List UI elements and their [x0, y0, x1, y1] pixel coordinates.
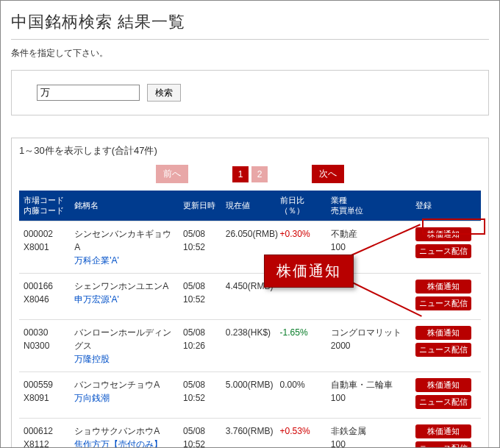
cell-sector: 不動産100: [326, 221, 411, 273]
search-panel: 検索: [11, 70, 489, 115]
table-row: 000612X8112ショウサクバンホウA焦作方万【売付のみ】05/08 10:…: [19, 418, 481, 448]
results-table: 市場コード 内藤コード 銘柄名 更新日時 現在値 前日比（％） 業種 売買単位 …: [19, 191, 481, 448]
cell-reg: 株価通知ニュース配信: [411, 371, 481, 418]
pager-page-1[interactable]: 1: [232, 166, 249, 182]
news-alert-button[interactable]: ニュース配信: [415, 244, 471, 258]
cell-name: シンセンバンカキギョウA万科企業'A': [70, 221, 179, 273]
cell-reg: 株価通知ニュース配信: [411, 319, 481, 371]
cell-reg: 株価通知ニュース配信: [411, 418, 481, 448]
pager-pages: 1 2: [232, 166, 268, 182]
cell-code: 00030N0300: [19, 319, 70, 371]
table-row: 000166X8046シェンワンホンユエンA申万宏源'A'05/08 10:52…: [19, 273, 481, 319]
cell-date: 05/08 10:26: [179, 319, 221, 371]
cell-name: シェンワンホンユエンA申万宏源'A': [70, 273, 179, 319]
cell-sector: [326, 273, 411, 319]
cell-date: 05/08 10:52: [179, 371, 221, 418]
stock-link[interactable]: 万科企業'A': [74, 255, 119, 266]
cell-name: バンコウセンチョウA万向銭潮: [70, 371, 179, 418]
cell-code: 000166X8046: [19, 273, 70, 319]
price-alert-button[interactable]: 株価通知: [415, 227, 471, 241]
cell-code: 000612X8112: [19, 418, 70, 448]
search-input[interactable]: [37, 85, 140, 101]
cell-price: 3.760(RMB): [221, 418, 276, 448]
cell-price: 26.050(RMB): [221, 221, 276, 273]
news-alert-button[interactable]: ニュース配信: [415, 296, 471, 310]
th-name: 銘柄名: [70, 191, 179, 221]
th-date: 更新日時: [179, 191, 221, 221]
stock-link[interactable]: 万隆控股: [74, 354, 110, 364]
price-alert-button[interactable]: 株価通知: [415, 280, 471, 294]
th-price: 現在値: [221, 191, 276, 221]
instruction-text: 条件を指定して下さい。: [11, 47, 489, 60]
stock-link[interactable]: 申万宏源'A': [74, 294, 119, 305]
th-reg: 登録: [411, 191, 481, 221]
pager-prev[interactable]: 前へ: [156, 165, 188, 183]
stock-link[interactable]: 焦作方万【売付のみ】: [74, 439, 162, 448]
cell-diff: -1.65%: [276, 319, 326, 371]
cell-price: 0.238(HK$): [221, 319, 276, 371]
news-alert-button[interactable]: ニュース配信: [415, 395, 471, 409]
cell-diff: +0.30%: [276, 221, 326, 273]
table-row: 000002X8001シンセンバンカキギョウA万科企業'A'05/08 10:5…: [19, 221, 481, 273]
pager-next[interactable]: 次へ: [312, 165, 344, 183]
cell-sector: 自動車・二輪車100: [326, 371, 411, 418]
cell-name: ショウサクバンホウA焦作方万【売付のみ】: [70, 418, 179, 448]
pager-page-2[interactable]: 2: [251, 166, 268, 182]
cell-date: 05/08 10:52: [179, 273, 221, 319]
cell-diff: 0.00%: [276, 371, 326, 418]
cell-sector: コングロマリット2000: [326, 319, 411, 371]
price-alert-button[interactable]: 株価通知: [415, 378, 471, 392]
cell-name: バンローンホールディングス万隆控股: [70, 319, 179, 371]
table-row: 000559X8091バンコウセンチョウA万向銭潮05/08 10:525.00…: [19, 371, 481, 418]
pager: 前へ 1 2 次へ: [19, 165, 481, 183]
th-diff: 前日比（％）: [276, 191, 326, 221]
results-panel: 1～30件を表示します(合計47件) 前へ 1 2 次へ 市場コード 内藤コード…: [11, 138, 489, 448]
stock-link[interactable]: 万向銭潮: [74, 393, 110, 403]
cell-diff: [276, 273, 326, 319]
results-summary: 1～30件を表示します(合計47件): [19, 144, 481, 157]
cell-price: 4.450(RMB): [221, 273, 276, 319]
price-alert-button[interactable]: 株価通知: [415, 326, 471, 340]
cell-code: 000002X8001: [19, 221, 70, 273]
cell-date: 05/08 10:52: [179, 221, 221, 273]
cell-code: 000559X8091: [19, 371, 70, 418]
news-alert-button[interactable]: ニュース配信: [415, 343, 471, 357]
cell-reg: 株価通知ニュース配信: [411, 221, 481, 273]
page-title: 中国銘柄検索 結果一覧: [11, 8, 489, 40]
search-button[interactable]: 検索: [147, 84, 181, 102]
price-alert-button[interactable]: 株価通知: [415, 424, 471, 438]
cell-reg: 株価通知ニュース配信: [411, 273, 481, 319]
table-row: 00030N0300バンローンホールディングス万隆控股05/08 10:260.…: [19, 319, 481, 371]
news-alert-button[interactable]: ニュース配信: [415, 441, 471, 448]
th-sector: 業種 売買単位: [326, 191, 411, 221]
cell-diff: +0.53%: [276, 418, 326, 448]
cell-sector: 非鉄金属100: [326, 418, 411, 448]
th-code: 市場コード 内藤コード: [19, 191, 70, 221]
cell-date: 05/08 10:52: [179, 418, 221, 448]
cell-price: 5.000(RMB): [221, 371, 276, 418]
